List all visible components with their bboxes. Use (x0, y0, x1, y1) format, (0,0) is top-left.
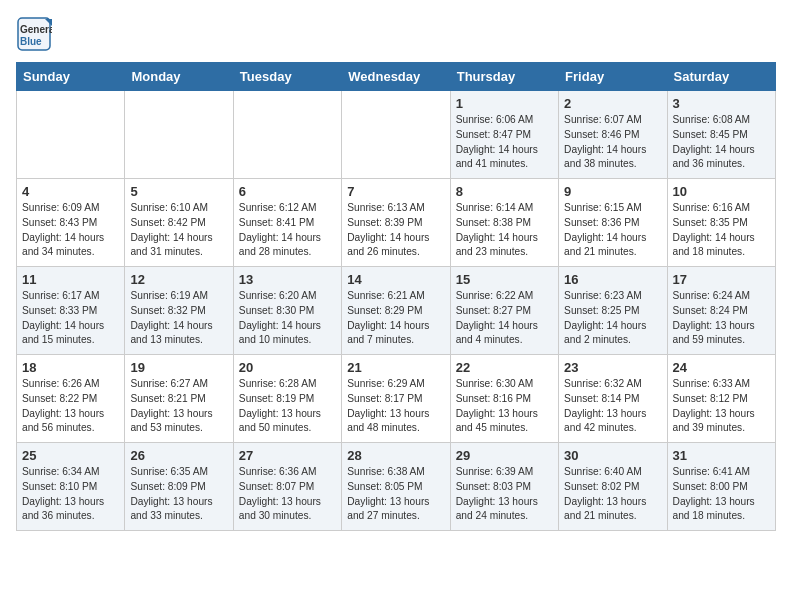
calendar-cell: 20Sunrise: 6:28 AM Sunset: 8:19 PM Dayli… (233, 355, 341, 443)
day-number: 16 (564, 272, 661, 287)
day-number: 17 (673, 272, 770, 287)
day-number: 23 (564, 360, 661, 375)
day-number: 11 (22, 272, 119, 287)
day-number: 28 (347, 448, 444, 463)
calendar-cell: 30Sunrise: 6:40 AM Sunset: 8:02 PM Dayli… (559, 443, 667, 531)
day-header-monday: Monday (125, 63, 233, 91)
day-info: Sunrise: 6:15 AM Sunset: 8:36 PM Dayligh… (564, 201, 661, 260)
day-info: Sunrise: 6:24 AM Sunset: 8:24 PM Dayligh… (673, 289, 770, 348)
calendar-cell: 27Sunrise: 6:36 AM Sunset: 8:07 PM Dayli… (233, 443, 341, 531)
day-header-tuesday: Tuesday (233, 63, 341, 91)
day-info: Sunrise: 6:16 AM Sunset: 8:35 PM Dayligh… (673, 201, 770, 260)
day-number: 19 (130, 360, 227, 375)
day-number: 20 (239, 360, 336, 375)
day-info: Sunrise: 6:12 AM Sunset: 8:41 PM Dayligh… (239, 201, 336, 260)
day-number: 24 (673, 360, 770, 375)
day-info: Sunrise: 6:27 AM Sunset: 8:21 PM Dayligh… (130, 377, 227, 436)
day-info: Sunrise: 6:38 AM Sunset: 8:05 PM Dayligh… (347, 465, 444, 524)
day-info: Sunrise: 6:34 AM Sunset: 8:10 PM Dayligh… (22, 465, 119, 524)
calendar-cell: 28Sunrise: 6:38 AM Sunset: 8:05 PM Dayli… (342, 443, 450, 531)
svg-text:General: General (20, 24, 52, 35)
day-number: 12 (130, 272, 227, 287)
calendar-cell (125, 91, 233, 179)
day-number: 18 (22, 360, 119, 375)
day-number: 30 (564, 448, 661, 463)
day-info: Sunrise: 6:13 AM Sunset: 8:39 PM Dayligh… (347, 201, 444, 260)
calendar-cell: 11Sunrise: 6:17 AM Sunset: 8:33 PM Dayli… (17, 267, 125, 355)
day-number: 14 (347, 272, 444, 287)
day-number: 22 (456, 360, 553, 375)
svg-text:Blue: Blue (20, 36, 42, 47)
day-info: Sunrise: 6:29 AM Sunset: 8:17 PM Dayligh… (347, 377, 444, 436)
calendar-cell (17, 91, 125, 179)
calendar-cell: 8Sunrise: 6:14 AM Sunset: 8:38 PM Daylig… (450, 179, 558, 267)
day-info: Sunrise: 6:39 AM Sunset: 8:03 PM Dayligh… (456, 465, 553, 524)
day-info: Sunrise: 6:36 AM Sunset: 8:07 PM Dayligh… (239, 465, 336, 524)
day-number: 4 (22, 184, 119, 199)
calendar-cell: 21Sunrise: 6:29 AM Sunset: 8:17 PM Dayli… (342, 355, 450, 443)
calendar-cell: 25Sunrise: 6:34 AM Sunset: 8:10 PM Dayli… (17, 443, 125, 531)
calendar-cell: 9Sunrise: 6:15 AM Sunset: 8:36 PM Daylig… (559, 179, 667, 267)
calendar-cell: 5Sunrise: 6:10 AM Sunset: 8:42 PM Daylig… (125, 179, 233, 267)
day-info: Sunrise: 6:41 AM Sunset: 8:00 PM Dayligh… (673, 465, 770, 524)
day-info: Sunrise: 6:06 AM Sunset: 8:47 PM Dayligh… (456, 113, 553, 172)
day-info: Sunrise: 6:09 AM Sunset: 8:43 PM Dayligh… (22, 201, 119, 260)
calendar-cell: 10Sunrise: 6:16 AM Sunset: 8:35 PM Dayli… (667, 179, 775, 267)
day-number: 2 (564, 96, 661, 111)
calendar-cell (342, 91, 450, 179)
day-info: Sunrise: 6:30 AM Sunset: 8:16 PM Dayligh… (456, 377, 553, 436)
calendar-cell: 29Sunrise: 6:39 AM Sunset: 8:03 PM Dayli… (450, 443, 558, 531)
calendar-cell: 13Sunrise: 6:20 AM Sunset: 8:30 PM Dayli… (233, 267, 341, 355)
day-number: 25 (22, 448, 119, 463)
calendar-cell: 3Sunrise: 6:08 AM Sunset: 8:45 PM Daylig… (667, 91, 775, 179)
day-info: Sunrise: 6:19 AM Sunset: 8:32 PM Dayligh… (130, 289, 227, 348)
day-number: 3 (673, 96, 770, 111)
day-number: 1 (456, 96, 553, 111)
calendar-cell: 2Sunrise: 6:07 AM Sunset: 8:46 PM Daylig… (559, 91, 667, 179)
calendar-cell: 16Sunrise: 6:23 AM Sunset: 8:25 PM Dayli… (559, 267, 667, 355)
calendar-cell: 19Sunrise: 6:27 AM Sunset: 8:21 PM Dayli… (125, 355, 233, 443)
day-number: 29 (456, 448, 553, 463)
day-number: 15 (456, 272, 553, 287)
day-info: Sunrise: 6:23 AM Sunset: 8:25 PM Dayligh… (564, 289, 661, 348)
calendar-cell: 15Sunrise: 6:22 AM Sunset: 8:27 PM Dayli… (450, 267, 558, 355)
day-info: Sunrise: 6:08 AM Sunset: 8:45 PM Dayligh… (673, 113, 770, 172)
day-info: Sunrise: 6:20 AM Sunset: 8:30 PM Dayligh… (239, 289, 336, 348)
day-info: Sunrise: 6:14 AM Sunset: 8:38 PM Dayligh… (456, 201, 553, 260)
day-info: Sunrise: 6:35 AM Sunset: 8:09 PM Dayligh… (130, 465, 227, 524)
day-info: Sunrise: 6:40 AM Sunset: 8:02 PM Dayligh… (564, 465, 661, 524)
day-info: Sunrise: 6:28 AM Sunset: 8:19 PM Dayligh… (239, 377, 336, 436)
day-header-thursday: Thursday (450, 63, 558, 91)
day-number: 5 (130, 184, 227, 199)
calendar-cell: 26Sunrise: 6:35 AM Sunset: 8:09 PM Dayli… (125, 443, 233, 531)
day-info: Sunrise: 6:33 AM Sunset: 8:12 PM Dayligh… (673, 377, 770, 436)
day-info: Sunrise: 6:22 AM Sunset: 8:27 PM Dayligh… (456, 289, 553, 348)
calendar-cell: 24Sunrise: 6:33 AM Sunset: 8:12 PM Dayli… (667, 355, 775, 443)
day-number: 7 (347, 184, 444, 199)
day-header-friday: Friday (559, 63, 667, 91)
day-header-sunday: Sunday (17, 63, 125, 91)
calendar-cell: 18Sunrise: 6:26 AM Sunset: 8:22 PM Dayli… (17, 355, 125, 443)
day-number: 9 (564, 184, 661, 199)
day-number: 8 (456, 184, 553, 199)
calendar-cell: 31Sunrise: 6:41 AM Sunset: 8:00 PM Dayli… (667, 443, 775, 531)
day-header-wednesday: Wednesday (342, 63, 450, 91)
calendar-cell: 6Sunrise: 6:12 AM Sunset: 8:41 PM Daylig… (233, 179, 341, 267)
day-number: 26 (130, 448, 227, 463)
day-header-saturday: Saturday (667, 63, 775, 91)
calendar-cell: 17Sunrise: 6:24 AM Sunset: 8:24 PM Dayli… (667, 267, 775, 355)
calendar-cell (233, 91, 341, 179)
calendar-cell: 12Sunrise: 6:19 AM Sunset: 8:32 PM Dayli… (125, 267, 233, 355)
day-info: Sunrise: 6:32 AM Sunset: 8:14 PM Dayligh… (564, 377, 661, 436)
day-number: 27 (239, 448, 336, 463)
day-info: Sunrise: 6:10 AM Sunset: 8:42 PM Dayligh… (130, 201, 227, 260)
calendar-table: SundayMondayTuesdayWednesdayThursdayFrid… (16, 62, 776, 531)
calendar-cell: 4Sunrise: 6:09 AM Sunset: 8:43 PM Daylig… (17, 179, 125, 267)
day-info: Sunrise: 6:07 AM Sunset: 8:46 PM Dayligh… (564, 113, 661, 172)
day-info: Sunrise: 6:21 AM Sunset: 8:29 PM Dayligh… (347, 289, 444, 348)
calendar-cell: 14Sunrise: 6:21 AM Sunset: 8:29 PM Dayli… (342, 267, 450, 355)
calendar-cell: 23Sunrise: 6:32 AM Sunset: 8:14 PM Dayli… (559, 355, 667, 443)
calendar-cell: 1Sunrise: 6:06 AM Sunset: 8:47 PM Daylig… (450, 91, 558, 179)
day-number: 6 (239, 184, 336, 199)
calendar-cell: 22Sunrise: 6:30 AM Sunset: 8:16 PM Dayli… (450, 355, 558, 443)
